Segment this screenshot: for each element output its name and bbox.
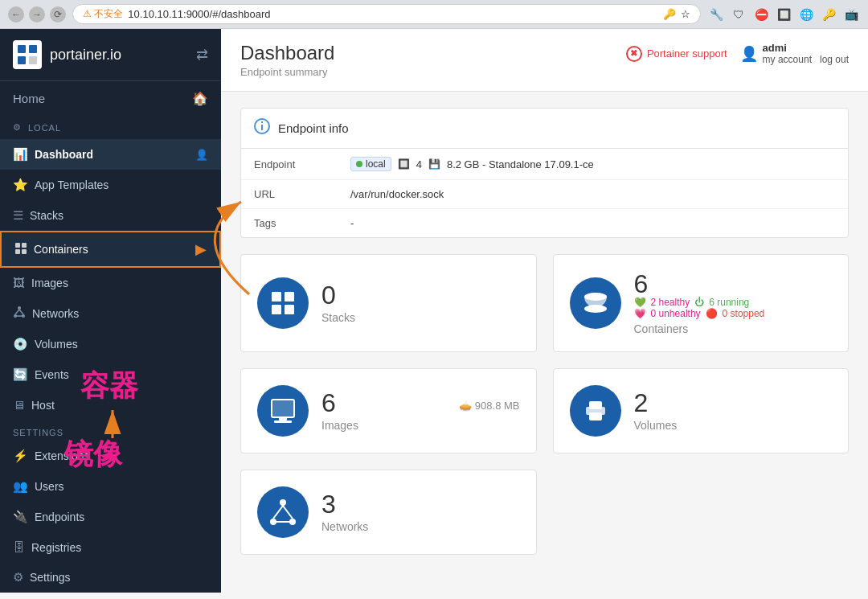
stats-grid: 0 Stacks 6: [240, 254, 849, 555]
sidebar-label-app-templates: App Templates: [35, 178, 108, 191]
extension-icon-2[interactable]: 🛡: [730, 6, 747, 23]
support-link[interactable]: ✖ Portainer support: [626, 46, 727, 62]
svg-rect-31: [586, 407, 605, 415]
sidebar-label-containers: Containers: [34, 243, 88, 256]
sidebar-item-stacks[interactable]: ☰ Stacks: [0, 200, 221, 231]
browser-chrome: ← → ⟳ ⚠ 不安全 10.10.10.11:9000/#/dashboard…: [0, 0, 868, 29]
sidebar-item-host[interactable]: 🖥 Host: [0, 390, 221, 420]
sidebar-item-extensions[interactable]: ⚡ Extensions: [0, 441, 221, 471]
security-icon: 🔑: [663, 8, 676, 20]
networks-stat-card[interactable]: 3 Networks: [240, 470, 537, 555]
extension-icon-6[interactable]: 🔑: [820, 6, 837, 23]
extension-icon-7[interactable]: 📺: [842, 6, 860, 23]
sidebar-label-events: Events: [35, 368, 69, 381]
tags-value: -: [350, 217, 354, 229]
endpoint-name: local: [366, 158, 386, 170]
images-icon: 🖼: [13, 276, 25, 289]
sidebar-item-networks[interactable]: Networks: [0, 297, 221, 329]
tags-label: Tags: [254, 217, 350, 229]
sidebar-item-app-templates[interactable]: ⭐ App Templates: [0, 170, 221, 200]
bookmark-icon: ☆: [681, 8, 690, 20]
page-title-area: Dashboard Endpoint summary: [240, 42, 334, 78]
extension-icon-3[interactable]: ⛔: [752, 6, 770, 23]
containers-count: 6: [634, 271, 833, 297]
healthy-count: 2 healthy: [651, 297, 690, 308]
svg-rect-6: [15, 249, 20, 254]
logo-icon: [13, 40, 42, 69]
sidebar-label-dashboard: Dashboard: [35, 148, 93, 161]
page-subtitle: Endpoint summary: [240, 66, 334, 78]
sidebar-item-home[interactable]: Home 🏠: [0, 81, 221, 116]
endpoint-label: Endpoint: [254, 158, 350, 170]
sidebar-item-volumes[interactable]: 💿 Volumes: [0, 329, 221, 359]
sidebar-label-host: Host: [31, 399, 55, 412]
url-text: 10.10.10.11:9000/#/dashboard: [128, 8, 270, 20]
stacks-stat-card[interactable]: 0 Stacks: [240, 254, 537, 352]
sidebar-item-settings[interactable]: ⚙ Settings: [0, 562, 221, 593]
host-icon: 🖥: [13, 398, 25, 412]
sidebar-label-extensions: Extensions: [35, 449, 89, 462]
logo-expand-icon[interactable]: ⇄: [196, 46, 208, 64]
images-stat-card[interactable]: 6 🥧 908.8 MB Images: [240, 368, 537, 453]
page-header: Dashboard Endpoint summary ✖ Portainer s…: [221, 29, 868, 92]
svg-rect-7: [22, 249, 27, 254]
endpoint-value: local 🔲 4 💾 8.2 GB - Standalone 17.09.1-…: [350, 157, 594, 171]
app-templates-icon: ⭐: [13, 178, 28, 192]
browser-actions: 🔧 🛡 ⛔ 🔲 🌐 🔑 📺: [707, 6, 860, 23]
sidebar-item-dashboard[interactable]: 📊 Dashboard 👤: [0, 139, 221, 170]
log-out-link[interactable]: log out: [820, 54, 849, 65]
healthy-icon: 💚: [634, 297, 646, 308]
sidebar-logo: portainer.io ⇄: [0, 29, 221, 81]
main-content: Dashboard Endpoint summary ✖ Portainer s…: [221, 29, 868, 599]
extension-icon-1[interactable]: 🔧: [707, 6, 725, 23]
stopped-count: 0 stopped: [723, 308, 765, 319]
containers-nav-icon: [14, 242, 27, 257]
svg-rect-3: [29, 56, 37, 64]
user-area[interactable]: 👤 admi my account log out: [740, 42, 849, 65]
images-size: 🥧 908.8 MB: [459, 393, 519, 412]
stacks-stat-info: 0 Stacks: [321, 282, 520, 324]
volumes-label: Volumes: [634, 419, 833, 432]
address-bar[interactable]: ⚠ 不安全 10.10.10.11:9000/#/dashboard 🔑 ☆: [72, 4, 701, 24]
svg-rect-22: [285, 305, 294, 314]
forward-button[interactable]: →: [29, 6, 45, 23]
url-label: URL: [254, 188, 350, 200]
endpoint-info-title: Endpoint info: [278, 121, 349, 135]
my-account-link[interactable]: my account: [763, 54, 812, 65]
unhealthy-icon: 💗: [634, 308, 646, 319]
sidebar-label-volumes: Volumes: [35, 338, 78, 351]
security-warning: ⚠ 不安全: [83, 7, 123, 21]
sidebar-item-registries[interactable]: 🗄 Registries: [0, 532, 221, 562]
svg-rect-0: [18, 45, 26, 53]
unhealthy-count: 0 unhealthy: [651, 308, 701, 319]
sidebar-item-users[interactable]: 👥 Users: [0, 471, 221, 502]
users-icon: 👥: [13, 479, 28, 494]
sidebar-item-endpoints[interactable]: 🔌 Endpoints: [0, 502, 221, 532]
containers-icon-circle: [570, 277, 621, 329]
endpoint-info-card: Endpoint info Endpoint local 🔲 4 💾: [240, 108, 849, 238]
svg-rect-21: [272, 305, 281, 314]
networks-icon-circle: [257, 486, 309, 538]
endpoint-memory-icon: 💾: [428, 158, 440, 170]
refresh-button[interactable]: ⟳: [50, 6, 66, 23]
images-size-icon: 🥧: [459, 400, 472, 412]
sidebar: portainer.io ⇄ Home 🏠 ⚙ LOCAL 📊 Dashboar…: [0, 29, 221, 593]
svg-rect-5: [22, 243, 27, 248]
networks-stat-info: 3 Networks: [321, 491, 520, 533]
volumes-stat-card[interactable]: 2 Volumes: [553, 368, 850, 453]
svg-line-35: [273, 506, 283, 519]
settings-icon: ⚙: [13, 570, 23, 585]
back-button[interactable]: ←: [8, 6, 24, 23]
sidebar-label-settings: Settings: [30, 571, 71, 584]
sidebar-item-events[interactable]: 🔄 Events: [0, 359, 221, 390]
extension-icon-5[interactable]: 🌐: [797, 6, 815, 23]
content-area: Endpoint info Endpoint local 🔲 4 💾: [221, 92, 868, 571]
extension-icon-4[interactable]: 🔲: [775, 6, 792, 23]
support-label: Portainer support: [647, 47, 727, 59]
sidebar-item-images[interactable]: 🖼 Images: [0, 268, 221, 297]
containers-stat-details: 💚 2 healthy ⏻ 6 running 💗 0 unhealthy 🔴 …: [634, 297, 833, 335]
svg-line-12: [19, 310, 23, 314]
containers-stat-card[interactable]: 6 💚 2 healthy ⏻ 6 running 💗 0 unhealthy: [553, 254, 850, 352]
svg-rect-28: [279, 417, 287, 421]
sidebar-item-containers[interactable]: Containers ▶: [0, 231, 221, 268]
